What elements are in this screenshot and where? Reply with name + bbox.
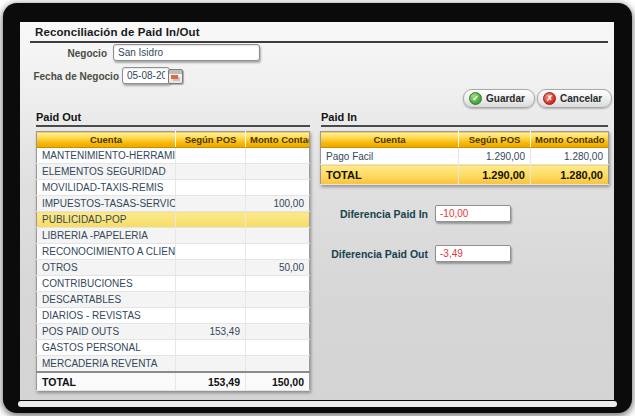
paid-out-header-row: Cuenta Según POS Monto Contado [37, 132, 310, 148]
paid-in-title: Paid In [321, 111, 357, 123]
cell-segun_pos [176, 340, 246, 356]
table-row[interactable]: GASTOS PERSONAL [37, 340, 310, 356]
cell-cuenta: Pago Facil [321, 148, 459, 165]
cell-cuenta: OTROS [37, 260, 176, 276]
table-row[interactable]: CONTRIBUCIONES [37, 276, 310, 292]
negocio-label: Negocio [20, 48, 107, 59]
cell-cuenta: MANTENIMIENTO-HERRAMIENTAS [37, 148, 176, 164]
title-divider [30, 41, 608, 43]
cancel-button[interactable]: ✗ Cancelar [537, 89, 612, 108]
column-header-segun-pos: Según POS [176, 132, 246, 148]
cell-segun_pos [176, 212, 246, 228]
cell-cuenta: GASTOS PERSONAL [37, 340, 176, 356]
table-row[interactable]: MERCADERIA REVENTA [37, 356, 310, 373]
cell-monto [246, 180, 310, 196]
cell-segun_pos [176, 180, 246, 196]
column-header-monto-contado: Monto Contado [246, 132, 310, 148]
column-header-segun-pos: Según POS [459, 132, 531, 148]
cell-monto [246, 164, 310, 180]
table-row[interactable]: IMPUESTOS-TASAS-SERVICIOS100,00 [37, 196, 310, 212]
diferencia-paid-in-input[interactable] [435, 205, 511, 222]
paid-out-table: Cuenta Según POS Monto Contado MANTENIMI… [36, 131, 310, 391]
cell-cuenta: RECONOCIMIENTO A CLIENTES [37, 244, 176, 260]
cell-segun_pos [176, 164, 246, 180]
cell-cuenta: LIBRERIA -PAPELERIA [37, 228, 176, 244]
check-icon: ✓ [469, 92, 482, 105]
column-header-monto-contado: Monto Contado [531, 132, 609, 148]
save-button[interactable]: ✓ Guardar [463, 89, 535, 108]
diferencia-paid-out-label: Diferencia Paid Out [270, 248, 428, 260]
table-row[interactable]: POS PAID OUTS153,49 [37, 324, 310, 340]
paid-in-divider [321, 125, 608, 127]
page-title: Reconciliación de Paid In/Out [35, 26, 200, 38]
paid-out-total-row: TOTAL 153,49 150,00 [37, 372, 310, 391]
cell-monto [246, 324, 310, 340]
cell-segun_pos [176, 356, 246, 373]
table-row[interactable]: RECONOCIMIENTO A CLIENTES [37, 244, 310, 260]
cell-monto [246, 308, 310, 324]
column-header-cuenta: Cuenta [37, 132, 176, 148]
cell-cuenta: POS PAID OUTS [37, 324, 176, 340]
table-row[interactable]: MANTENIMIENTO-HERRAMIENTAS [37, 148, 310, 164]
cell-monto [246, 340, 310, 356]
paid-in-total-row: TOTAL 1.290,00 1.280,00 [321, 165, 609, 185]
close-icon: ✗ [543, 92, 556, 105]
cancel-button-label: Cancelar [560, 93, 602, 104]
table-row[interactable]: ELEMENTOS SEGURIDAD [37, 164, 310, 180]
cell-cuenta: PUBLICIDAD-POP [37, 212, 176, 228]
table-row[interactable]: Pago Facil1.290,001.280,00 [321, 148, 609, 165]
cell-monto [246, 292, 310, 308]
total-monto-contado: 150,00 [246, 372, 310, 391]
cell-cuenta: MOVILIDAD-TAXIS-REMIS [37, 180, 176, 196]
cell-segun_pos [176, 292, 246, 308]
cell-segun_pos [176, 308, 246, 324]
fecha-negocio-input[interactable] [122, 67, 170, 84]
table-row[interactable]: DIARIOS - REVISTAS [37, 308, 310, 324]
paid-out-title: Paid Out [36, 111, 81, 123]
cell-monto: 1.280,00 [531, 148, 609, 165]
negocio-input[interactable] [113, 44, 260, 61]
cell-segun_pos [176, 244, 246, 260]
paid-out-divider [36, 125, 310, 127]
frame-bottom-highlight [18, 401, 617, 407]
fecha-negocio-label: Fecha de Negocio [20, 71, 119, 82]
cell-cuenta: IMPUESTOS-TASAS-SERVICIOS [37, 196, 176, 212]
cell-cuenta: ELEMENTOS SEGURIDAD [37, 164, 176, 180]
save-button-label: Guardar [486, 93, 525, 104]
cell-segun_pos: 153,49 [176, 324, 246, 340]
cell-segun_pos [176, 276, 246, 292]
cell-cuenta: DIARIOS - REVISTAS [37, 308, 176, 324]
table-row[interactable]: OTROS50,00 [37, 260, 310, 276]
diferencia-paid-out-input[interactable] [435, 245, 511, 262]
cell-segun_pos [176, 260, 246, 276]
cell-cuenta: DESCARTABLES [37, 292, 176, 308]
cell-cuenta: CONTRIBUCIONES [37, 276, 176, 292]
diferencia-paid-in-label: Diferencia Paid In [270, 208, 428, 220]
cell-monto: 50,00 [246, 260, 310, 276]
total-monto-contado: 1.280,00 [531, 165, 609, 185]
reconciliation-window: Reconciliación de Paid In/Out Negocio Fe… [20, 22, 614, 400]
table-row[interactable]: LIBRERIA -PAPELERIA [37, 228, 310, 244]
calendar-icon[interactable] [168, 69, 183, 84]
paid-in-header-row: Cuenta Según POS Monto Contado [321, 132, 609, 148]
total-label: TOTAL [37, 372, 176, 391]
cell-monto [246, 276, 310, 292]
cell-monto [246, 228, 310, 244]
total-segun-pos: 1.290,00 [459, 165, 531, 185]
cell-segun_pos: 1.290,00 [459, 148, 531, 165]
total-segun-pos: 153,49 [176, 372, 246, 391]
total-label: TOTAL [321, 165, 459, 185]
table-row[interactable]: PUBLICIDAD-POP [37, 212, 310, 228]
cell-monto [246, 356, 310, 373]
table-row[interactable]: DESCARTABLES [37, 292, 310, 308]
cell-segun_pos [176, 228, 246, 244]
paid-in-table: Cuenta Según POS Monto Contado Pago Faci… [320, 131, 609, 185]
cell-monto [246, 148, 310, 164]
table-row[interactable]: MOVILIDAD-TAXIS-REMIS [37, 180, 310, 196]
cell-segun_pos [176, 196, 246, 212]
cell-segun_pos [176, 148, 246, 164]
column-header-cuenta: Cuenta [321, 132, 459, 148]
cell-cuenta: MERCADERIA REVENTA [37, 356, 176, 373]
